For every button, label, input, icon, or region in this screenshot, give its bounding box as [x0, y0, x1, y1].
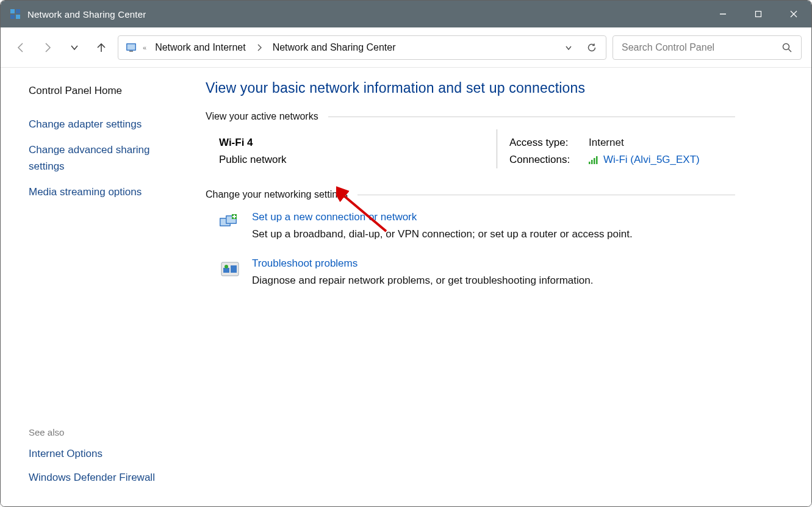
connections-label: Connections:: [509, 154, 589, 166]
svg-rect-15: [591, 160, 593, 164]
change-settings-header: Change your networking settings: [206, 189, 735, 200]
access-type-value: Internet: [589, 137, 624, 149]
maximize-button[interactable]: [741, 1, 776, 27]
svg-rect-5: [756, 12, 761, 17]
search-box[interactable]: [613, 35, 802, 60]
page-heading: View your basic network information and …: [206, 80, 735, 96]
setup-connection-link[interactable]: Set up a new connection or network: [252, 211, 417, 223]
breadcrumb-parent[interactable]: Network and Internet: [151, 40, 250, 56]
svg-rect-17: [596, 156, 598, 164]
svg-line-12: [789, 49, 792, 52]
control-panel-icon: [124, 41, 138, 54]
titlebar: Network and Sharing Center: [1, 1, 811, 27]
troubleshoot-desc: Diagnose and repair network problems, or…: [252, 275, 593, 287]
active-networks-label: View your active networks: [206, 111, 318, 122]
sidebar-control-panel-home[interactable]: Control Panel Home: [29, 85, 167, 97]
setup-connection-desc: Set up a broadband, dial-up, or VPN conn…: [252, 228, 633, 240]
wifi-signal-icon: [589, 156, 600, 164]
sidebar-internet-options[interactable]: Internet Options: [29, 446, 167, 462]
breadcrumb-current[interactable]: Network and Sharing Center: [269, 40, 400, 56]
search-input[interactable]: [622, 42, 779, 53]
svg-point-28: [225, 265, 228, 268]
app-icon: [7, 9, 24, 20]
address-dropdown-button[interactable]: [559, 43, 578, 52]
svg-rect-10: [129, 51, 133, 52]
svg-rect-14: [589, 162, 591, 164]
refresh-button[interactable]: [581, 42, 602, 53]
see-also-label: See also: [29, 427, 167, 437]
network-details: Access type: Internet Connections: Wi-Fi…: [509, 133, 735, 171]
svg-rect-1: [16, 9, 20, 13]
breadcrumb-overflow-icon[interactable]: «: [142, 44, 148, 51]
nav-forward-button[interactable]: [37, 37, 58, 58]
network-name: Wi-Fi 4: [219, 137, 484, 149]
sidebar-see-also: See also Internet Options Windows Defend…: [29, 427, 167, 493]
sidebar-change-advanced-sharing[interactable]: Change advanced sharing settings: [29, 142, 167, 174]
svg-rect-26: [223, 268, 229, 273]
nav-back-button[interactable]: [10, 37, 31, 58]
sidebar-media-streaming-options[interactable]: Media streaming options: [29, 184, 167, 200]
setup-connection-item: Set up a new connection or network Set u…: [219, 211, 735, 240]
nav-recent-button[interactable]: [64, 37, 85, 58]
divider: [497, 129, 497, 168]
network-summary: Wi-Fi 4 Public network: [219, 133, 484, 171]
chevron-right-icon[interactable]: [253, 44, 265, 51]
nav-up-button[interactable]: [91, 37, 112, 58]
sidebar-change-adapter-settings[interactable]: Change adapter settings: [29, 117, 167, 132]
change-settings-label: Change your networking settings: [206, 189, 348, 200]
svg-point-11: [783, 43, 789, 49]
divider: [328, 117, 735, 117]
troubleshoot-icon: [219, 259, 241, 281]
active-networks-header: View your active networks: [206, 111, 735, 122]
svg-rect-24: [232, 216, 236, 217]
minimize-button[interactable]: [705, 1, 741, 27]
search-icon[interactable]: [779, 42, 795, 53]
toolbar: « Network and Internet Network and Shari…: [1, 27, 811, 68]
svg-rect-0: [10, 9, 15, 13]
connection-link[interactable]: Wi-Fi (Alvi_5G_EXT): [603, 154, 700, 166]
window-title: Network and Sharing Center: [27, 9, 146, 20]
setup-connection-icon: [219, 212, 241, 234]
divider: [357, 195, 735, 195]
sidebar: Control Panel Home Change adapter settin…: [1, 68, 184, 506]
access-type-label: Access type:: [509, 137, 589, 149]
network-type: Public network: [219, 154, 484, 166]
address-bar[interactable]: « Network and Internet Network and Shari…: [118, 35, 606, 60]
sidebar-windows-defender-firewall[interactable]: Windows Defender Firewall: [29, 470, 167, 486]
svg-rect-16: [594, 158, 595, 164]
svg-rect-2: [10, 15, 15, 19]
svg-rect-3: [16, 15, 20, 19]
active-networks: Wi-Fi 4 Public network Access type: Inte…: [219, 133, 735, 171]
troubleshoot-link[interactable]: Troubleshoot problems: [252, 257, 357, 269]
close-button[interactable]: [776, 1, 811, 27]
troubleshoot-item: Troubleshoot problems Diagnose and repai…: [219, 257, 735, 287]
svg-rect-27: [231, 265, 237, 273]
main-content: View your basic network information and …: [184, 68, 811, 506]
svg-rect-9: [128, 44, 135, 49]
